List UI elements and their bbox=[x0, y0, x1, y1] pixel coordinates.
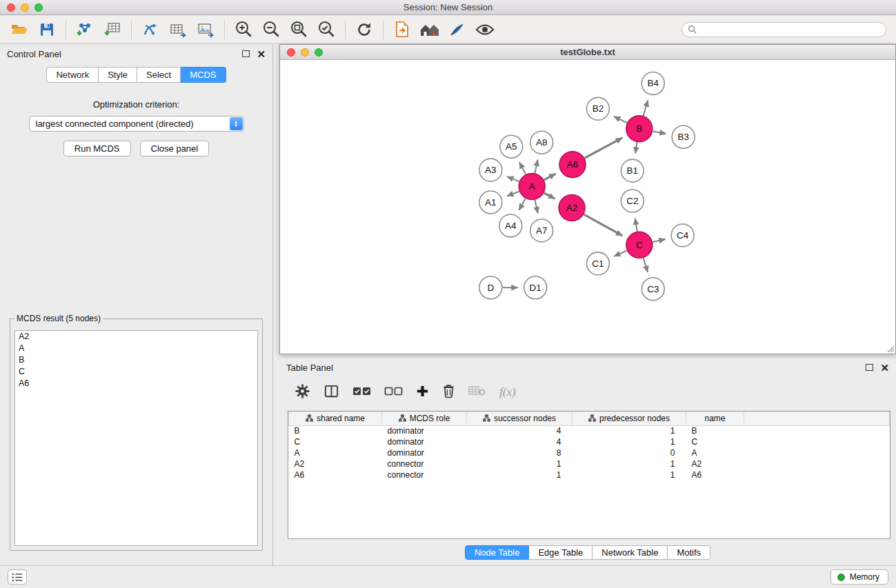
graph-node[interactable]: C bbox=[626, 232, 653, 258]
graph-edge[interactable] bbox=[535, 160, 537, 174]
list-item[interactable]: B bbox=[15, 354, 257, 366]
save-session-button[interactable] bbox=[33, 17, 61, 42]
graph-node[interactable]: B3 bbox=[672, 125, 695, 148]
graph-node[interactable]: A5 bbox=[500, 135, 523, 158]
graph-node[interactable]: B2 bbox=[587, 97, 610, 120]
network-graph-svg[interactable]: AA1A2A3A4A5A6A7A8BB1B2B3B4CC1C2C3C4DD1 bbox=[280, 61, 895, 354]
minimize-window-button[interactable] bbox=[21, 3, 29, 12]
graph-node[interactable]: B1 bbox=[621, 159, 644, 182]
search-input[interactable] bbox=[700, 25, 880, 34]
table-row[interactable]: Bdominator41B bbox=[289, 425, 890, 436]
annotation-pen-button[interactable] bbox=[444, 17, 471, 42]
graph-edge[interactable] bbox=[585, 138, 623, 158]
export-network-button[interactable] bbox=[137, 17, 164, 42]
column-header-successor-nodes[interactable]: successor nodes bbox=[467, 412, 573, 425]
graph-node[interactable]: A8 bbox=[530, 131, 553, 154]
graph-node[interactable]: C4 bbox=[671, 224, 694, 247]
table-cell[interactable]: 4 bbox=[467, 436, 573, 447]
table-cell[interactable]: dominator bbox=[382, 425, 467, 436]
graph-edge[interactable] bbox=[644, 100, 648, 115]
node-table-container[interactable]: shared name MCDS role successor nodes pr… bbox=[288, 411, 890, 539]
graph-edge[interactable] bbox=[507, 192, 519, 196]
graph-node[interactable]: A7 bbox=[530, 219, 553, 242]
table-cell[interactable]: 8 bbox=[467, 447, 573, 458]
graph-edge[interactable] bbox=[544, 193, 555, 199]
tab-network[interactable]: Network bbox=[46, 67, 99, 83]
table-cell[interactable]: A bbox=[686, 447, 744, 458]
table-cell[interactable]: 4 bbox=[467, 425, 573, 436]
show-column-button[interactable] bbox=[323, 383, 339, 402]
list-item[interactable]: A6 bbox=[15, 378, 257, 389]
tab-select[interactable]: Select bbox=[137, 67, 181, 83]
table-row[interactable]: A2connector11A2 bbox=[289, 458, 890, 469]
table-cell[interactable]: A2 bbox=[289, 458, 382, 469]
graph-edge[interactable] bbox=[519, 162, 526, 174]
import-table-button[interactable] bbox=[99, 17, 126, 42]
graph-node[interactable]: D1 bbox=[524, 276, 547, 299]
export-image-button[interactable] bbox=[192, 17, 219, 42]
table-cell[interactable]: A6 bbox=[686, 469, 744, 480]
graphics-details-button[interactable] bbox=[471, 17, 499, 42]
table-cell[interactable]: A bbox=[289, 447, 382, 458]
mcds-result-list[interactable]: A2ABCA6 bbox=[14, 330, 258, 546]
export-table-button[interactable] bbox=[164, 17, 192, 42]
export-document-button[interactable] bbox=[388, 17, 416, 42]
close-window-button[interactable] bbox=[7, 3, 15, 12]
table-cell[interactable]: B bbox=[289, 425, 382, 436]
graph-edge[interactable] bbox=[614, 116, 627, 123]
select-all-button[interactable] bbox=[352, 386, 371, 399]
table-cell[interactable]: 1 bbox=[573, 469, 686, 480]
zoom-in-button[interactable] bbox=[230, 17, 257, 42]
tab-edge-table[interactable]: Edge Table bbox=[529, 545, 593, 560]
optimization-criterion-select[interactable]: largest connected component (directed) ▲… bbox=[29, 116, 244, 132]
resize-grip-icon[interactable] bbox=[885, 343, 895, 353]
graph-node[interactable]: A bbox=[519, 174, 545, 200]
add-column-button[interactable] bbox=[416, 385, 429, 401]
apply-layout-button[interactable] bbox=[350, 17, 378, 42]
graph-edge[interactable] bbox=[635, 142, 637, 153]
table-cell[interactable]: B bbox=[686, 425, 744, 436]
minimize-network-window-button[interactable] bbox=[301, 48, 309, 57]
graph-node[interactable]: A4 bbox=[499, 214, 522, 237]
graph-node[interactable]: B4 bbox=[641, 72, 664, 94]
graph-edge[interactable] bbox=[507, 176, 519, 181]
table-row[interactable]: Cdominator41C bbox=[289, 436, 890, 447]
function-builder-button[interactable]: f(x) bbox=[499, 385, 516, 399]
table-cell[interactable]: dominator bbox=[382, 447, 467, 458]
graph-node[interactable]: A1 bbox=[479, 191, 502, 214]
graph-edge[interactable] bbox=[544, 174, 556, 180]
table-row[interactable]: A6connector11A6 bbox=[289, 469, 890, 480]
table-cell[interactable]: dominator bbox=[382, 436, 467, 447]
graph-node[interactable]: A6 bbox=[559, 152, 586, 178]
memory-button[interactable]: Memory bbox=[830, 569, 888, 585]
column-header-predecessor-nodes[interactable]: predecessor nodes bbox=[573, 412, 686, 425]
graph-node[interactable]: C3 bbox=[641, 278, 664, 301]
tab-network-table[interactable]: Network Table bbox=[593, 545, 668, 560]
list-item[interactable]: A bbox=[15, 343, 257, 354]
graph-node[interactable]: A2 bbox=[559, 195, 585, 221]
table-cell[interactable]: 1 bbox=[467, 469, 573, 480]
network-canvas[interactable]: AA1A2A3A4A5A6A7A8BB1B2B3B4CC1C2C3C4DD1 bbox=[280, 61, 895, 354]
graph-edge[interactable] bbox=[614, 251, 626, 256]
column-header-name[interactable]: name bbox=[686, 412, 744, 425]
list-item[interactable]: C bbox=[15, 366, 257, 378]
float-table-panel-icon[interactable] bbox=[866, 364, 873, 371]
delete-column-button[interactable] bbox=[442, 383, 455, 401]
graph-edge[interactable] bbox=[584, 214, 623, 236]
graph-node[interactable]: B bbox=[626, 116, 653, 142]
graph-edge[interactable] bbox=[535, 200, 537, 214]
zoom-fit-button[interactable] bbox=[285, 17, 312, 42]
open-session-button[interactable] bbox=[6, 17, 33, 42]
tab-motifs[interactable]: Motifs bbox=[668, 545, 710, 560]
table-cell[interactable]: C bbox=[686, 436, 744, 447]
table-cell[interactable]: A6 bbox=[289, 469, 382, 480]
table-cell[interactable]: 1 bbox=[573, 458, 686, 469]
graph-node[interactable]: C2 bbox=[621, 190, 644, 212]
tab-node-table[interactable]: Node Table bbox=[465, 545, 530, 560]
table-cell[interactable]: connector bbox=[382, 469, 467, 480]
table-cell[interactable]: connector bbox=[382, 458, 467, 469]
graph-edge[interactable] bbox=[644, 258, 648, 272]
table-cell[interactable]: C bbox=[289, 436, 382, 447]
close-panel-button[interactable]: Close panel bbox=[140, 141, 210, 156]
zoom-window-button[interactable] bbox=[34, 3, 43, 12]
